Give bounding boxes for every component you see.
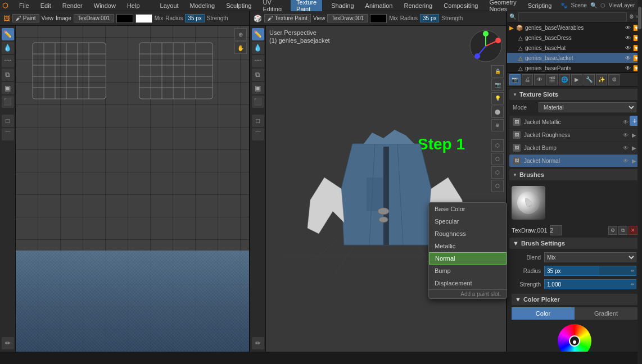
3d-foreground-swatch[interactable] <box>370 14 387 23</box>
brush-preview[interactable] <box>512 186 545 220</box>
3d-annotate-btn[interactable]: ✏ <box>252 337 264 349</box>
slot-arrow-normal[interactable]: ▶ <box>632 158 636 164</box>
outliner-item-pants[interactable]: △ genies_basePants 👁 🔽 <box>507 63 642 73</box>
lasso-mask-btn[interactable]: ⌒ <box>2 128 14 140</box>
texture-slot-roughness[interactable]: 🖼 Jacket Roughness 👁 ▶ <box>509 129 640 141</box>
slot-vis-bump[interactable]: 👁 <box>623 145 629 151</box>
3d-soften-btn[interactable]: 💧 <box>252 42 264 54</box>
annotate-btn[interactable]: ✏ <box>2 337 14 349</box>
menu-edit[interactable]: Edit <box>38 2 53 9</box>
scrollbar-thumb[interactable] <box>638 11 641 29</box>
3d-mask-btn[interactable]: ⬛ <box>252 95 264 108</box>
3d-clone-btn[interactable]: ⧉ <box>252 69 264 81</box>
background-color-swatch[interactable] <box>135 14 152 23</box>
uv-tex-name[interactable]: TexDraw.001 <box>74 14 114 22</box>
menu-modeling[interactable]: Modeling <box>188 2 218 9</box>
props-world-btn[interactable]: 🌐 <box>559 74 570 85</box>
menu-animation[interactable]: Animation <box>363 2 395 9</box>
viewport-gizmo[interactable] <box>469 29 503 64</box>
props-particle-btn[interactable]: ✨ <box>596 74 607 85</box>
mask-tool-btn[interactable]: ⬛ <box>2 95 14 108</box>
brushes-section-header[interactable]: ▼ Brushes <box>509 169 640 180</box>
3d-fill-btn[interactable]: ▣ <box>252 82 264 94</box>
radius-edit-icon[interactable]: ✏ <box>631 269 635 274</box>
viewport-camera-btn[interactable]: 📷 <box>491 79 504 91</box>
3d-view-btn[interactable]: View <box>313 15 325 21</box>
3d-tex-name[interactable]: TexDraw.001 <box>327 14 368 22</box>
outliner-item-hat[interactable]: △ genies_baseHat 👁 🔽 <box>507 43 642 53</box>
texture-paint-mode-btn[interactable]: 🖌 Texture Paint <box>264 14 311 22</box>
soften-tool-btn[interactable]: 💧 <box>2 42 14 54</box>
texture-slot-bump[interactable]: 🖼 Jacket Bump 👁 ▶ <box>509 142 640 154</box>
uv-viewport[interactable]: ⊕ ✋ <box>16 26 249 352</box>
3d-smear-btn[interactable]: 〰 <box>252 55 264 67</box>
mode-dropdown[interactable]: Material <box>539 102 636 112</box>
props-scrollbar[interactable] <box>638 11 642 352</box>
texdraw-num-input[interactable] <box>550 225 562 235</box>
texdraw-settings-btn[interactable]: ⚙ <box>608 226 617 235</box>
eye-icon-pants[interactable]: 👁 <box>625 65 631 71</box>
viewport-extra4-btn[interactable]: ⬡ <box>491 180 504 192</box>
3d-radius-value[interactable]: 35 px <box>420 14 439 22</box>
foreground-color-swatch[interactable] <box>116 14 133 23</box>
menu-sculpting[interactable]: Sculpting <box>224 2 254 9</box>
props-object-btn[interactable]: ▶ <box>571 74 582 85</box>
eye-icon-dress[interactable]: 👁 <box>625 35 631 41</box>
uv-zoom-btn[interactable]: ⊕ <box>234 28 247 40</box>
menu-window[interactable]: Window <box>92 2 118 9</box>
color-picker-header[interactable]: ▼ Color Picker <box>512 294 638 305</box>
viewport-extra1-btn[interactable]: ⬡ <box>491 139 504 152</box>
slot-vis-metallic[interactable]: 👁 <box>623 119 629 125</box>
menu-rendering[interactable]: Rendering <box>401 2 435 9</box>
texture-slot-metallic[interactable]: 🖼 Jacket Metallic 👁 ▶ <box>509 116 640 128</box>
texture-slots-header[interactable]: ▼ Texture Slots <box>509 89 640 100</box>
menu-help[interactable]: Help <box>125 2 142 9</box>
slot-arrow-roughness[interactable]: ▶ <box>632 132 636 138</box>
props-physics-btn[interactable]: ⚙ <box>608 74 620 85</box>
smear-tool-btn[interactable]: 〰 <box>2 55 14 67</box>
draw-tool-btn[interactable]: ✏️ <box>2 28 14 40</box>
fill-tool-btn[interactable]: ▣ <box>2 82 14 94</box>
outliner-item-wearables[interactable]: ▶ 📦 genies_baseWearables 👁 🔽 <box>507 22 642 33</box>
eye-icon-jacket[interactable]: 👁 <box>625 55 631 61</box>
uv-paint-mode-btn[interactable]: 🖌 Paint <box>12 14 39 22</box>
props-output-btn[interactable]: 🖨 <box>522 74 533 85</box>
viewport-gizmo-btn[interactable]: ⊕ <box>491 119 504 131</box>
eye-icon-hat[interactable]: 👁 <box>625 45 631 51</box>
viewport-lock-btn[interactable]: 🔒 <box>491 65 504 78</box>
viewport-extra3-btn[interactable]: ⬡ <box>491 166 504 179</box>
menu-layout[interactable]: Layout <box>158 2 181 9</box>
blend-dropdown[interactable]: Mix <box>544 252 636 262</box>
viewport-overlay-btn[interactable]: ⬤ <box>491 106 504 118</box>
slot-vis-roughness[interactable]: 👁 <box>623 132 629 138</box>
3d-box-mask-btn[interactable]: □ <box>252 115 264 127</box>
strength-edit-icon[interactable]: ✏ <box>631 282 635 287</box>
menu-uv-editing[interactable]: UV Editing <box>260 0 284 12</box>
brush-settings-header[interactable]: ▼ Brush Settings <box>509 238 640 249</box>
clone-tool-btn[interactable]: ⧉ <box>2 69 14 81</box>
texdraw-delete-btn[interactable]: ✕ <box>629 226 638 235</box>
uv-pan-btn[interactable]: ✋ <box>234 42 247 54</box>
viewport-extra2-btn[interactable]: ⬡ <box>491 153 504 165</box>
menu-render[interactable]: Render <box>60 2 85 9</box>
outliner-item-jacket[interactable]: △ genies_baseJacket 👁 🔽 <box>507 53 642 63</box>
3d-lasso-btn[interactable]: ⌒ <box>252 128 264 140</box>
menu-geo-nodes[interactable]: Geometry Nodes <box>487 0 518 12</box>
uv-radius-value-field[interactable]: 35 px <box>185 14 204 22</box>
uv-view-btn[interactable]: View <box>42 15 54 21</box>
texdraw-copy-btn[interactable]: ⧉ <box>618 226 627 235</box>
color-tab-gradient[interactable]: Gradient <box>575 307 638 320</box>
eye-icon-wearables[interactable]: 👁 <box>625 25 631 31</box>
menu-scripting[interactable]: Scripting <box>526 2 554 9</box>
props-modifier-btn[interactable]: 🔧 <box>584 74 595 85</box>
menu-file[interactable]: File <box>17 2 31 9</box>
color-wheel[interactable] <box>558 324 591 352</box>
color-tab-color[interactable]: Color <box>512 307 575 320</box>
box-mask-btn[interactable]: □ <box>2 115 14 127</box>
radius-value[interactable]: 35 px ✏ <box>544 266 636 276</box>
outliner-item-dress[interactable]: △ genies_baseDress 👁 🔽 <box>507 33 642 43</box>
slot-vis-normal[interactable]: 👁 <box>623 158 629 164</box>
texture-slot-normal[interactable]: 🖼 Jacket Normal 👁 ▶ <box>509 154 640 167</box>
3d-draw-btn[interactable]: ✏️ <box>252 28 264 40</box>
uv-image-btn[interactable]: Image <box>56 15 71 21</box>
